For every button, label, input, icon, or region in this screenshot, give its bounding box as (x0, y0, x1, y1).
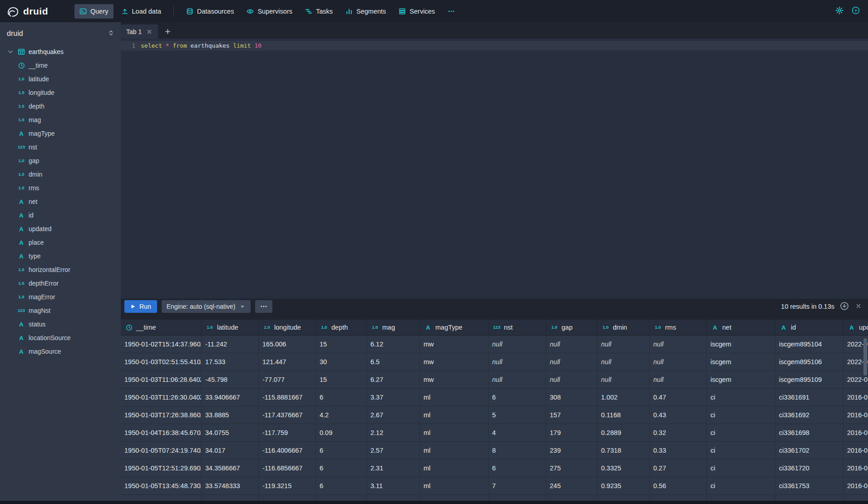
tree-item-magtype[interactable]: AmagType (0, 127, 121, 140)
table-cell[interactable]: 6 (316, 389, 367, 406)
table-cell[interactable]: 0.2889 (597, 424, 650, 442)
help-button[interactable]: ? (850, 5, 862, 18)
editor-code-area[interactable]: select * from earthquakes limit 10 (141, 39, 868, 299)
table-cell[interactable]: 33.9406667 (202, 389, 259, 406)
column-header-longitude[interactable]: 1.0longitude (259, 320, 316, 336)
table-cell[interactable]: 2.12 (367, 424, 420, 442)
table-cell[interactable]: ci3361720 (775, 460, 843, 477)
table-cell[interactable]: 2.67 (367, 406, 420, 424)
nav-item-tasks[interactable]: Tasks (300, 4, 338, 19)
tree-item-magerror[interactable]: 1.0magError (0, 290, 121, 304)
run-button[interactable]: Run (124, 300, 157, 313)
table-cell[interactable]: ml (420, 406, 488, 424)
tree-item-horizontalerror[interactable]: 1.0horizontalError (0, 263, 121, 277)
column-header-nst[interactable]: 123nst (488, 320, 546, 336)
table-cell[interactable]: 0.9235 (597, 477, 650, 495)
column-header-magtype[interactable]: AmagType (420, 320, 488, 336)
table-cell[interactable]: 34.3586667 (202, 460, 259, 477)
table-cell[interactable]: 275 (546, 460, 597, 477)
table-cell[interactable]: 3.11 (367, 477, 420, 495)
table-cell[interactable]: 245 (546, 477, 597, 495)
table-cell[interactable]: null (546, 336, 597, 353)
tree-item-type[interactable]: Atype (0, 249, 121, 263)
tree-item-time[interactable]: __time (0, 59, 121, 72)
table-cell[interactable]: 3.37 (367, 389, 420, 406)
tree-item-magsource[interactable]: AmagSource (0, 345, 121, 358)
table-cell[interactable]: 0.3325 (597, 460, 650, 477)
table-cell[interactable]: 2.57 (367, 442, 420, 460)
table-cell[interactable]: ml (420, 389, 488, 406)
table-cell[interactable]: ci (707, 460, 775, 477)
table-cell[interactable]: 0.43 (650, 406, 707, 424)
nav-item-services[interactable]: Services (394, 4, 440, 19)
table-cell[interactable]: ci (707, 406, 775, 424)
table-cell[interactable]: ci (707, 424, 775, 442)
table-cell[interactable]: -117.759 (259, 424, 316, 442)
table-cell[interactable]: 1950-01-03T02:51:55.410Z (121, 353, 202, 371)
table-cell[interactable]: null (488, 336, 546, 353)
table-cell[interactable]: 6 (316, 442, 367, 460)
table-cell[interactable]: 6 (316, 477, 367, 495)
table-cell[interactable]: 308 (546, 389, 597, 406)
tree-item-updated[interactable]: Aupdated (0, 222, 121, 236)
tree-item-locationsource[interactable]: AlocationSource (0, 331, 121, 345)
nav-item-segments[interactable]: Segments (340, 4, 391, 19)
table-cell[interactable]: 4.2 (316, 406, 367, 424)
nav-item-more[interactable] (443, 4, 460, 19)
table-cell[interactable]: 1950-01-03T11:06:28.640Z (121, 371, 202, 389)
close-tab-icon[interactable] (146, 29, 153, 35)
column-header-rms[interactable]: 1.0rms (650, 320, 707, 336)
table-cell[interactable]: -119.3215 (259, 477, 316, 495)
table-cell[interactable]: 34.0755 (202, 424, 259, 442)
table-cell[interactable]: 0.56 (650, 477, 707, 495)
column-header-mag[interactable]: 1.0mag (367, 320, 420, 336)
tree-item-status[interactable]: Astatus (0, 317, 121, 331)
table-cell[interactable]: 165.006 (259, 336, 316, 353)
table-cell[interactable]: null (650, 353, 707, 371)
table-cell[interactable]: 5 (488, 406, 546, 424)
table-cell[interactable]: -77.077 (259, 371, 316, 389)
table-cell[interactable]: 30 (316, 353, 367, 371)
table-cell[interactable]: -45.798 (202, 371, 259, 389)
results-vertical-scrollbar[interactable] (863, 338, 867, 376)
table-cell[interactable]: 6.12 (367, 336, 420, 353)
nav-item-supervisors[interactable]: Supervisors (242, 4, 297, 19)
column-header-net[interactable]: Anet (707, 320, 775, 336)
table-cell[interactable]: ci (707, 477, 775, 495)
settings-gear-button[interactable] (833, 5, 845, 18)
table-cell[interactable]: ci3361691 (775, 389, 843, 406)
table-cell[interactable]: 33.8885 (202, 406, 259, 424)
table-cell[interactable]: 0.27 (650, 460, 707, 477)
table-cell[interactable]: iscgem (707, 336, 775, 353)
table-cell[interactable]: 6.27 (367, 371, 420, 389)
table-cell[interactable]: ci3361702 (775, 442, 843, 460)
table-cell[interactable]: 17.533 (202, 353, 259, 371)
table-cell[interactable]: null (488, 353, 546, 371)
table-cell[interactable]: iscgem (707, 353, 775, 371)
table-cell[interactable]: 2016-0 (843, 460, 868, 477)
table-cell[interactable]: -115.8881667 (259, 389, 316, 406)
table-cell[interactable]: 1950-01-02T15:14:37.960Z (121, 336, 202, 353)
column-header-id[interactable]: Aid (775, 320, 843, 336)
table-cell[interactable]: 0.47 (650, 389, 707, 406)
table-cell[interactable]: ci (707, 442, 775, 460)
table-cell[interactable]: 1950-01-05T13:45:48.730Z (121, 477, 202, 495)
table-cell[interactable]: ci3361692 (775, 406, 843, 424)
table-cell[interactable]: 0.33 (650, 442, 707, 460)
column-header-time[interactable]: __time (121, 320, 202, 336)
table-cell[interactable]: null (597, 336, 650, 353)
table-cell[interactable]: 6 (316, 460, 367, 477)
druid-brand[interactable]: druid (6, 5, 48, 18)
table-cell[interactable]: ci3361753 (775, 477, 843, 495)
table-cell[interactable]: 1.002 (597, 389, 650, 406)
table-cell[interactable]: mw (420, 371, 488, 389)
table-cell[interactable]: 6 (488, 460, 546, 477)
tree-item-latitude[interactable]: 1.0latitude (0, 72, 121, 86)
table-cell[interactable]: -11.242 (202, 336, 259, 353)
table-cell[interactable]: null (650, 336, 707, 353)
table-cell[interactable]: 1950-01-03T17:26:38.860Z (121, 406, 202, 424)
nav-item-load-data[interactable]: Load data (116, 4, 167, 19)
table-cell[interactable]: iscgem895109 (775, 371, 843, 389)
table-cell[interactable]: ml (420, 477, 488, 495)
tree-item-longitude[interactable]: 1.0longitude (0, 86, 121, 99)
